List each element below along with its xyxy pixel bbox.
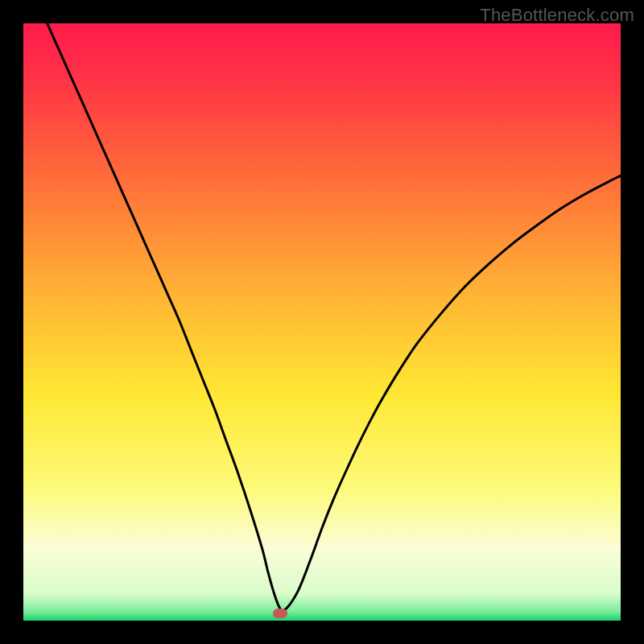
- optimal-marker: [273, 609, 287, 618]
- chart-svg: [23, 23, 621, 621]
- chart-frame: [23, 23, 621, 621]
